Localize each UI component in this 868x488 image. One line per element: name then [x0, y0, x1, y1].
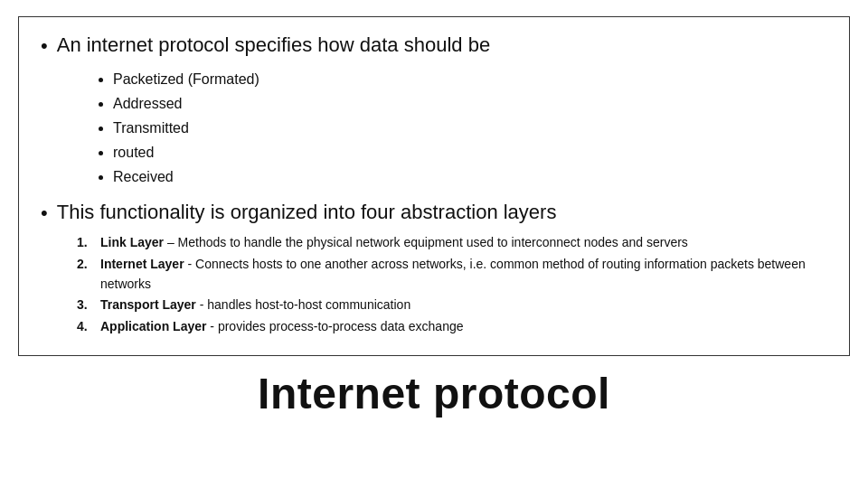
list-item: 3.Transport Layer - handles host-to-host… [77, 296, 827, 315]
list-item: Addressed [113, 91, 827, 116]
main-content-box: • An internet protocol specifies how dat… [18, 16, 850, 356]
list-item: 1.Link Layer – Methods to handle the phy… [77, 233, 827, 253]
list-number: 1. [77, 233, 93, 253]
footer-title: Internet protocol [258, 369, 610, 418]
list-item-text: Transport Layer - handles host-to-host c… [100, 296, 410, 315]
section1-heading: • An internet protocol specifies how dat… [41, 33, 827, 60]
list-item: Packetized (Formated) [113, 67, 827, 91]
layer-name: Application Layer [100, 319, 206, 333]
list-number: 3. [77, 296, 93, 315]
list-item: Transmitted [113, 116, 827, 140]
section1-bullet-list: Packetized (Formated)AddressedTransmitte… [113, 67, 827, 190]
list-item: 4.Application Layer - provides process-t… [77, 317, 827, 337]
layer-name: Internet Layer [100, 257, 184, 271]
list-item: routed [113, 140, 827, 164]
section1-heading-text: An internet protocol specifies how data … [57, 33, 490, 57]
bullet-outer-2: • [41, 201, 48, 227]
section2-heading-text: This functionality is organized into fou… [57, 201, 557, 224]
section2-heading: • This functionality is organized into f… [41, 201, 827, 227]
list-item-text: Application Layer - provides process-to-… [100, 317, 464, 337]
list-item: 2.Internet Layer - Connects hosts to one… [77, 255, 827, 294]
list-item-text: Link Layer – Methods to handle the physi… [100, 233, 688, 253]
layer-name: Transport Layer [100, 297, 196, 312]
list-number: 2. [77, 255, 93, 294]
list-item: Received [113, 164, 827, 189]
layer-name: Link Layer [100, 235, 164, 249]
list-item-text: Internet Layer - Connects hosts to one a… [100, 255, 827, 294]
numbered-list: 1.Link Layer – Methods to handle the phy… [77, 233, 827, 336]
list-number: 4. [77, 317, 93, 337]
bullet-outer-1: • [41, 33, 48, 60]
